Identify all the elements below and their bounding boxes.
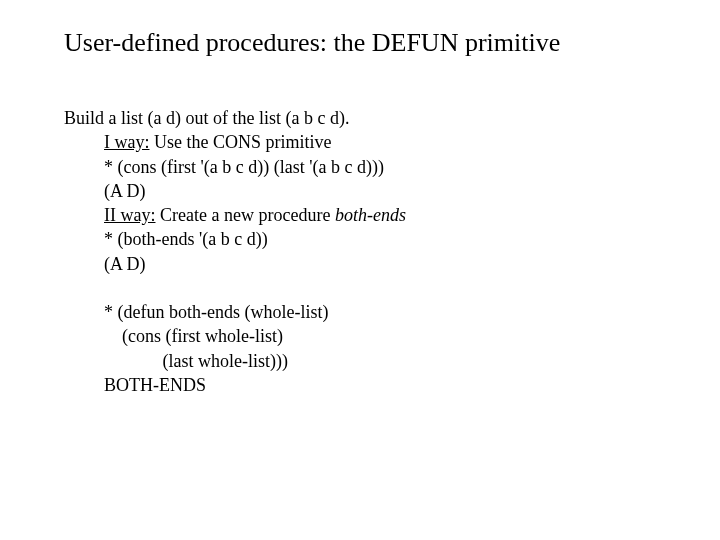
way1-text: Use the CONS primitive [149,132,331,152]
defun-line4: BOTH-ENDS [104,373,656,397]
defun-line2: (cons (first whole-list) [104,324,656,348]
defun-line1: * (defun both-ends (whole-list) [104,300,656,324]
way2-procname: both-ends [335,205,406,225]
defun-line3: (last whole-list))) [104,349,656,373]
way1-code-line1: * (cons (first '(a b c d)) (last '(a b c… [104,155,656,179]
way2-code-line1: * (both-ends '(a b c d)) [104,227,656,251]
way1-label: I way: [104,132,149,152]
slide-title: User-defined procedures: the DEFUN primi… [64,28,656,58]
way2-line: II way: Create a new procedure both-ends [104,203,656,227]
way1-code-line2: (A D) [104,179,656,203]
intro-line: Build a list (a d) out of the list (a b … [64,106,656,130]
way2-text-a: Create a new procedure [155,205,334,225]
slide-body: Build a list (a d) out of the list (a b … [64,106,656,397]
way1-line: I way: Use the CONS primitive [104,130,656,154]
way2-code-line2: (A D) [104,252,656,276]
way2-label: II way: [104,205,155,225]
slide: User-defined procedures: the DEFUN primi… [0,0,720,437]
